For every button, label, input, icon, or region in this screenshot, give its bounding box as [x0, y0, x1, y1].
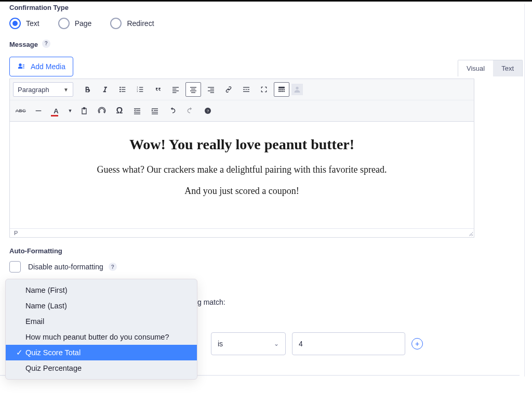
svg-rect-24 — [243, 87, 249, 87]
svg-rect-12 — [172, 87, 179, 87]
radio-icon — [58, 18, 70, 29]
bulleted-list-button[interactable] — [115, 82, 130, 97]
condition-value: 4 — [299, 340, 303, 348]
text-color-button[interactable]: A — [48, 103, 64, 118]
read-more-button[interactable] — [238, 82, 254, 97]
blockquote-button[interactable] — [150, 82, 166, 97]
svg-rect-29 — [278, 87, 285, 88]
conditional-text-fragment: g match: — [197, 298, 225, 306]
user-avatar-icon — [291, 84, 303, 95]
window-top-border — [0, 0, 532, 2]
radio-icon — [110, 18, 122, 29]
confirmation-type-redirect[interactable]: Redirect — [110, 18, 154, 29]
dropdown-option[interactable]: Name (First) — [6, 282, 197, 298]
svg-rect-21 — [210, 89, 214, 89]
help-icon[interactable]: ? — [42, 40, 50, 48]
help-button[interactable]: ? — [200, 103, 216, 118]
toolbar-toggle-button[interactable] — [274, 82, 289, 97]
svg-rect-13 — [172, 89, 176, 89]
add-media-button[interactable]: Add Media — [9, 57, 73, 76]
fullscreen-button[interactable] — [256, 82, 272, 97]
svg-rect-39 — [36, 110, 42, 111]
radio-label: Page — [75, 19, 92, 28]
svg-rect-17 — [191, 89, 195, 89]
field-select-dropdown[interactable]: Name (First) Name (Last) Email How much … — [5, 279, 197, 380]
svg-point-0 — [119, 87, 121, 88]
disable-autoformat-checkbox[interactable] — [9, 261, 21, 273]
svg-rect-14 — [172, 90, 179, 91]
confirmation-type-label: Confirmation Type — [9, 4, 523, 11]
resize-handle[interactable] — [468, 231, 473, 236]
dropdown-option[interactable]: Name (Last) — [6, 298, 197, 314]
special-character-button[interactable]: Ω — [112, 103, 127, 118]
link-button[interactable] — [221, 82, 236, 97]
svg-rect-18 — [190, 90, 196, 91]
svg-rect-30 — [278, 89, 280, 90]
svg-rect-47 — [152, 113, 158, 114]
paste-text-button[interactable] — [76, 103, 92, 118]
add-media-label: Add Media — [31, 62, 65, 71]
dropdown-option-selected[interactable]: ✓Quiz Score Total — [6, 345, 197, 360]
svg-rect-19 — [191, 92, 195, 93]
editor-tabs: Visual Text — [458, 60, 523, 76]
svg-rect-7 — [139, 87, 143, 87]
condition-value-input[interactable]: 4 — [292, 332, 405, 355]
message-line-2: And you just scored a coupon! — [20, 186, 463, 197]
editor-path-bar[interactable]: P — [10, 228, 474, 237]
horizontal-rule-button[interactable] — [31, 103, 46, 118]
help-icon[interactable]: ? — [109, 263, 117, 271]
strikethrough-button[interactable]: ABC — [13, 103, 29, 118]
svg-rect-15 — [172, 92, 176, 93]
svg-rect-28 — [243, 91, 249, 92]
dropdown-option[interactable]: Quiz Percentage — [6, 360, 197, 376]
message-label: Message — [9, 41, 38, 48]
add-condition-button[interactable]: + — [411, 338, 423, 349]
svg-rect-34 — [278, 91, 280, 92]
svg-text:3: 3 — [137, 90, 138, 93]
clear-formatting-button[interactable] — [94, 103, 110, 118]
editor-content-area[interactable]: Wow! You really love peanut butter! Gues… — [9, 122, 474, 238]
align-center-button[interactable] — [185, 82, 201, 97]
svg-rect-36 — [282, 91, 284, 92]
tab-visual[interactable]: Visual — [458, 60, 493, 76]
svg-rect-44 — [152, 108, 158, 109]
align-right-button[interactable] — [203, 82, 219, 97]
numbered-list-button[interactable]: 123 — [132, 82, 148, 97]
message-line-1: Guess what? Our crackers make a delightf… — [20, 164, 463, 175]
plus-icon: + — [415, 340, 419, 347]
format-selector[interactable]: Paragraph ▼ — [13, 82, 73, 97]
undo-button[interactable] — [165, 103, 180, 118]
outdent-button[interactable] — [129, 103, 145, 118]
confirmation-type-text[interactable]: Text — [9, 18, 39, 29]
tab-text[interactable]: Text — [493, 60, 522, 76]
svg-rect-31 — [280, 89, 282, 90]
format-selector-label: Paragraph — [18, 86, 49, 94]
text-color-dropdown[interactable]: ▼ — [66, 103, 74, 118]
operator-select[interactable]: is ⌄ — [211, 332, 286, 355]
radio-icon — [9, 18, 21, 29]
svg-rect-25 — [243, 89, 245, 89]
radio-label: Redirect — [127, 19, 154, 28]
svg-rect-46 — [152, 112, 158, 112]
dropdown-option[interactable]: Email — [6, 314, 197, 329]
svg-rect-1 — [122, 87, 125, 87]
align-left-button[interactable] — [168, 82, 183, 97]
svg-rect-42 — [134, 112, 140, 112]
radio-label: Text — [26, 19, 39, 28]
auto-formatting-label: Auto-Formatting — [9, 247, 523, 255]
dropdown-option[interactable]: How much peanut butter do you consume? — [6, 329, 197, 345]
svg-rect-35 — [280, 91, 282, 92]
text-color-swatch — [51, 115, 58, 116]
confirmation-type-page[interactable]: Page — [58, 18, 92, 29]
svg-rect-11 — [139, 91, 143, 92]
svg-rect-5 — [122, 91, 125, 92]
svg-rect-9 — [139, 89, 143, 89]
indent-button[interactable] — [147, 103, 163, 118]
disable-autoformat-label: Disable auto-formatting — [28, 263, 103, 271]
italic-button[interactable] — [97, 82, 113, 97]
redo-button[interactable] — [182, 103, 198, 118]
check-icon: ✓ — [16, 348, 22, 357]
confirmation-type-radio-group: Text Page Redirect — [9, 18, 523, 29]
svg-rect-32 — [282, 89, 284, 90]
bold-button[interactable] — [79, 82, 95, 97]
